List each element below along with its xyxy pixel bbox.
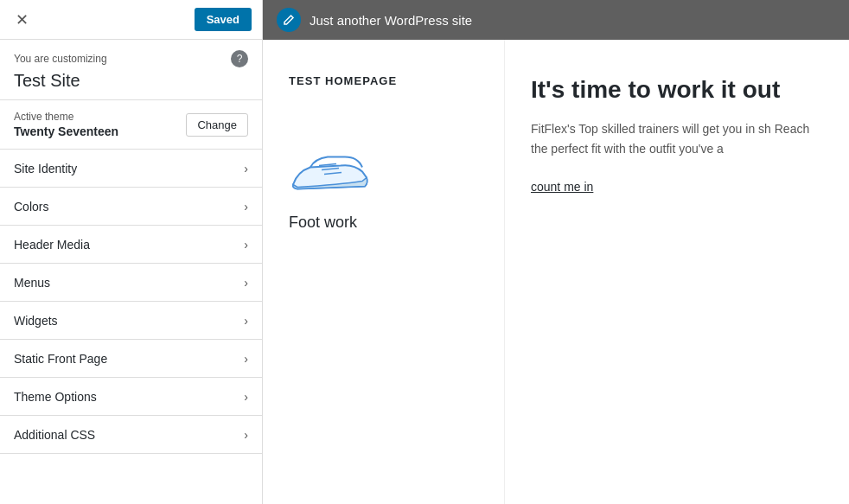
menu-item-label-theme-options: Theme Options	[14, 390, 97, 404]
theme-section: Active theme Twenty Seventeen Change	[0, 100, 262, 150]
theme-name: Twenty Seventeen	[14, 124, 118, 138]
preview-body-text: FitFlex's Top skilled trainers will get …	[531, 119, 823, 158]
customizing-section: You are customizing ? Test Site	[0, 40, 262, 100]
menu-item-label-header-media: Header Media	[14, 238, 90, 252]
menu-item-site-identity[interactable]: Site Identity›	[0, 150, 262, 188]
homepage-label: TEST HOMEPAGE	[289, 74, 478, 87]
menu-item-label-menus: Menus	[14, 276, 50, 290]
saved-button[interactable]: Saved	[195, 8, 252, 31]
site-name: Test Site	[14, 71, 248, 91]
menu-item-label-static-front-page: Static Front Page	[14, 352, 107, 366]
menu-item-label-colors: Colors	[14, 200, 48, 214]
menu-item-additional-css[interactable]: Additional CSS›	[0, 416, 262, 454]
menu-item-menus[interactable]: Menus›	[0, 264, 262, 302]
preview-left-column: TEST HOMEPAGE Foot work	[263, 40, 505, 504]
menu-item-static-front-page[interactable]: Static Front Page›	[0, 340, 262, 378]
chevron-icon-menus: ›	[244, 276, 248, 290]
preview-headline: It's time to work it out	[531, 74, 823, 105]
chevron-icon-site-identity: ›	[244, 162, 248, 175]
menu-items-container: Site Identity›Colors›Header Media›Menus›…	[0, 150, 262, 454]
sidebar-header: ✕ Saved	[0, 0, 262, 40]
menu-item-header-media[interactable]: Header Media›	[0, 226, 262, 264]
menu-item-theme-options[interactable]: Theme Options›	[0, 378, 262, 416]
preview-top-bar: Just another WordPress site	[263, 0, 849, 40]
preview-content: TEST HOMEPAGE Foot work	[263, 40, 849, 504]
edit-pencil-icon[interactable]	[277, 8, 301, 32]
menu-item-widgets[interactable]: Widgets›	[0, 302, 262, 340]
theme-info: Active theme Twenty Seventeen	[14, 111, 118, 138]
shoe-icon	[289, 139, 375, 200]
menu-item-label-widgets: Widgets	[14, 314, 58, 328]
chevron-icon-theme-options: ›	[244, 390, 248, 404]
foot-work-label: Foot work	[289, 214, 478, 232]
cta-link[interactable]: count me in	[531, 180, 593, 194]
shoe-icon-area: Foot work	[289, 139, 478, 232]
chevron-icon-widgets: ›	[244, 314, 248, 328]
preview-right-column: It's time to work it out FitFlex's Top s…	[505, 40, 849, 504]
customizing-text: You are customizing	[14, 53, 107, 65]
close-button[interactable]: ✕	[10, 7, 34, 33]
chevron-icon-header-media: ›	[244, 238, 248, 252]
chevron-icon-static-front-page: ›	[244, 352, 248, 366]
chevron-icon-colors: ›	[244, 200, 248, 214]
customizing-label-row: You are customizing ?	[14, 50, 248, 67]
help-icon[interactable]: ?	[231, 50, 248, 67]
change-theme-button[interactable]: Change	[186, 113, 248, 137]
chevron-icon-additional-css: ›	[244, 428, 248, 442]
preview-site-label: Just another WordPress site	[310, 13, 472, 28]
active-theme-label: Active theme	[14, 111, 118, 123]
preview-area: Just another WordPress site TEST HOMEPAG…	[263, 0, 849, 504]
menu-item-label-additional-css: Additional CSS	[14, 428, 95, 442]
menu-item-colors[interactable]: Colors›	[0, 188, 262, 226]
sidebar: ✕ Saved You are customizing ? Test Site …	[0, 0, 263, 504]
menu-item-label-site-identity: Site Identity	[14, 162, 77, 175]
